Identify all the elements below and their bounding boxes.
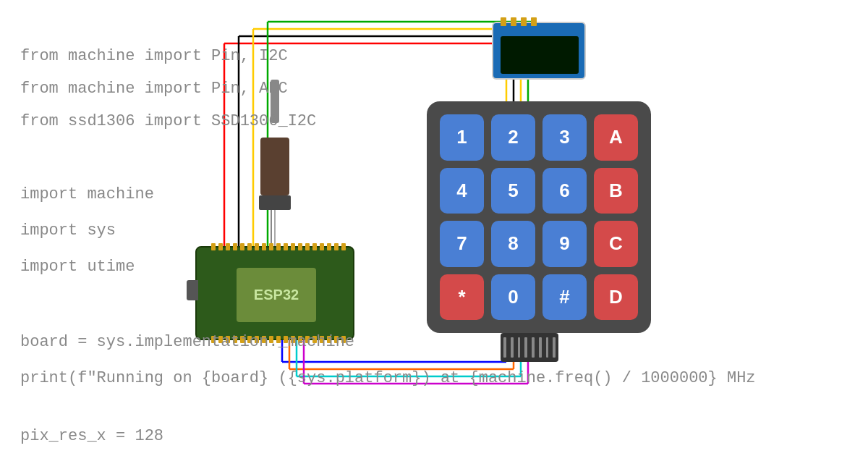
conn-pin: [511, 337, 514, 358]
keypad-connector: [501, 333, 558, 362]
pin: [334, 243, 339, 250]
pin: [211, 243, 216, 250]
code-line-line8: print(f"Running on {board} ({sys.platfor…: [20, 369, 756, 387]
oled-pins: [501, 17, 537, 26]
oled-screen: [501, 36, 579, 74]
conn-pin: [546, 337, 549, 358]
conn-pin: [532, 337, 535, 358]
esp32-top-pins: [211, 243, 346, 250]
potentiometer: [257, 80, 293, 239]
pin: [240, 243, 244, 250]
key-B: B: [594, 168, 638, 214]
pin: [291, 243, 295, 250]
conn-pin: [524, 337, 527, 358]
pin: [284, 243, 288, 250]
key-D: D: [594, 274, 638, 321]
code-line-line3: from ssd1306 import SSD1306_I2C: [20, 112, 316, 130]
pin: [218, 243, 223, 250]
pin: [262, 243, 266, 250]
pin: [276, 243, 281, 250]
conn-pin: [503, 337, 506, 358]
key-A: A: [594, 114, 638, 161]
key-5: 5: [491, 168, 535, 214]
key-*: *: [440, 274, 484, 321]
key-9: 9: [542, 221, 587, 267]
oled-pin-2: [511, 17, 516, 26]
code-line-line1: from machine import Pin, I2C: [20, 47, 288, 65]
pin: [341, 243, 346, 250]
pin: [247, 243, 252, 250]
pin: [233, 243, 237, 250]
esp32-board: ESP32: [195, 246, 354, 340]
code-line-line5: import sys: [20, 221, 116, 240]
key-3: 3: [542, 114, 587, 161]
conn-pin: [539, 337, 542, 358]
conn-pin: [553, 337, 556, 358]
code-line-line2: from machine import Pin, ADC: [20, 80, 288, 98]
key-2: 2: [491, 114, 535, 161]
pot-body: [260, 138, 289, 195]
pin: [269, 243, 273, 250]
key-0: 0: [491, 274, 535, 321]
key-1: 1: [440, 114, 484, 161]
oled-pin-1: [501, 17, 506, 26]
oled-module: [492, 22, 586, 80]
esp32-chip: ESP32: [237, 268, 316, 322]
key-#: #: [542, 274, 587, 321]
key-7: 7: [440, 221, 484, 267]
oled-pin-3: [521, 17, 527, 26]
code-line-line7: board = sys.implementation._machine: [20, 333, 354, 351]
pin: [327, 243, 331, 250]
pin: [255, 243, 259, 250]
key-4: 4: [440, 168, 484, 214]
pin: [312, 243, 317, 250]
code-line-line4: import machine: [20, 185, 154, 203]
pin: [305, 243, 310, 250]
keypad: 123A456B789C*0#D: [427, 101, 651, 333]
pin: [298, 243, 302, 250]
code-line-line9: pix_res_x = 128: [20, 427, 163, 445]
key-8: 8: [491, 221, 535, 267]
esp32-usb-port: [187, 280, 198, 300]
pin: [320, 243, 324, 250]
code-line-line6: import utime: [20, 258, 135, 276]
key-C: C: [594, 221, 638, 267]
conn-pin: [518, 337, 521, 358]
esp32-chip-label: ESP32: [254, 287, 299, 303]
key-6: 6: [542, 168, 587, 214]
pin: [226, 243, 230, 250]
oled-pin-4: [531, 17, 537, 26]
pot-base: [259, 195, 291, 210]
